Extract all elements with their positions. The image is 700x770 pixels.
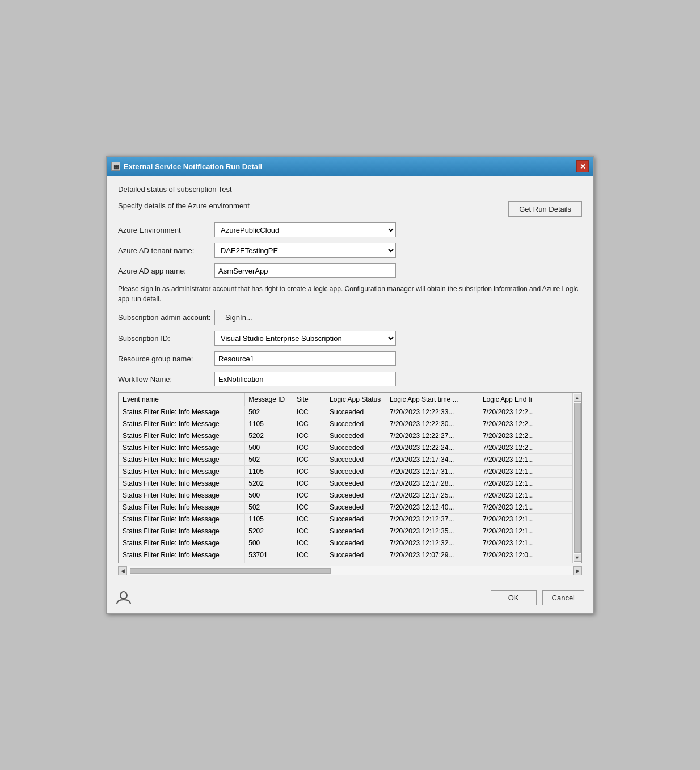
table-row: Status Filter Rule: Info Message502ICCSu… [119,406,572,418]
table-row: Status Filter Rule: Info Message53701ICC… [119,549,572,561]
cell-end_time: 7/20/2023 12:1... [479,537,572,549]
cell-logic_app_status: Succeeded [326,454,386,466]
h-scroll-thumb[interactable] [130,568,331,574]
ok-button[interactable]: OK [491,590,537,605]
col-header-logic-app-status: Logic App Status [326,393,386,406]
scroll-track [127,566,573,575]
cell-event_name: Status Filter Rule: Info Message [119,478,245,490]
cell-message_id: 1105 [245,466,293,478]
subscription-admin-label: Subscription admin account: [118,313,214,322]
close-button[interactable]: ✕ [576,160,589,172]
cell-end_time: 7/20/2023 12:2... [479,442,572,454]
cell-start_time: 7/20/2023 12:12:35... [386,525,479,537]
cell-start_time: 7/20/2023 12:22:33... [386,406,479,418]
cell-end_time: 7/20/2023 12:1... [479,466,572,478]
cell-message_id: 502 [245,406,293,418]
cell-end_time: 7/20/2023 12:2... [479,430,572,442]
table-row: Status Filter Rule: Info Message1105ICCS… [119,466,572,478]
cell-start_time: 7/20/2023 12:12:37... [386,514,479,525]
cell-logic_app_status: Succeeded [326,549,386,561]
note-text: Please sign in as administrator account … [118,284,582,304]
cell-logic_app_status: Succeeded [326,561,386,563]
azure-environment-label: Azure Environment [118,226,214,234]
workflow-name-input[interactable] [214,372,396,386]
resource-group-input[interactable] [214,351,396,366]
col-header-start-time: Logic App Start time ... [386,393,479,406]
cell-start_time: 7/20/2023 12:17:25... [386,490,479,502]
subscription-admin-row: Subscription admin account: SignIn... [118,310,582,325]
azure-environment-select[interactable]: AzurePublicCloud AzureChinaCloud AzureGe… [214,222,396,237]
cell-logic_app_status: Succeeded [326,418,386,430]
window-title: External Service Notification Run Detail [124,162,262,171]
table-row: Status Filter Rule: Info Message5202ICCS… [119,525,572,537]
cell-start_time: 7/20/2023 12:17:28... [386,478,479,490]
cell-logic_app_status: Succeeded [326,442,386,454]
subscription-id-select[interactable]: Visual Studio Enterprise Subscription [214,331,396,346]
cell-end_time: 7/20/2023 12:1... [479,454,572,466]
scroll-thumb[interactable] [574,403,581,553]
sign-in-button[interactable]: SignIn... [214,310,263,325]
cancel-button[interactable]: Cancel [542,590,584,605]
window-icon: ▦ [111,162,120,171]
table-row: Status Filter Rule: Info Message5202ICCS… [119,430,572,442]
cell-event_name: Status Filter Rule: Info Message [119,537,245,549]
cell-logic_app_status: Succeeded [326,502,386,514]
cell-end_time: 7/20/2023 12:1... [479,502,572,514]
scroll-up-button[interactable]: ▲ [574,394,581,402]
horizontal-scrollbar[interactable]: ◀ ▶ [118,566,582,575]
scroll-right-button[interactable]: ▶ [573,566,582,575]
table-scroll[interactable]: Event name Message ID Site Logic App Sta… [119,393,572,563]
cell-event_name: Status Filter Rule: Info Message [119,418,245,430]
col-header-event-name: Event name [119,393,245,406]
cell-message_id: 5202 [245,478,293,490]
main-window: ▦ External Service Notification Run Deta… [106,156,594,614]
cell-logic_app_status: Succeeded [326,525,386,537]
cell-event_name: Status Filter Rule: Info Message [119,549,245,561]
cell-event_name: Status Filter Rule: Info Message [119,561,245,563]
table-header-row: Event name Message ID Site Logic App Sta… [119,393,572,406]
cell-site: ICC [293,418,326,430]
vertical-scrollbar[interactable]: ▲ ▼ [572,393,581,563]
cell-message_id: 1105 [245,418,293,430]
azure-environment-select-wrap: AzurePublicCloud AzureChinaCloud AzureGe… [214,222,396,237]
azure-ad-app-input[interactable] [214,263,396,278]
resource-group-label: Resource group name: [118,355,214,363]
cell-event_name: Status Filter Rule: Info Message [119,525,245,537]
cell-event_name: Status Filter Rule: Info Message [119,502,245,514]
cell-message_id: 1105 [245,514,293,525]
title-bar-left: ▦ External Service Notification Run Deta… [111,162,262,171]
azure-ad-app-label: Azure AD app name: [118,267,214,275]
cell-end_time: 7/20/2023 12:2... [479,406,572,418]
get-run-details-button[interactable]: Get Run Details [508,201,582,217]
data-table-wrapper: Event name Message ID Site Logic App Sta… [118,392,582,563]
cell-site: ICC [293,466,326,478]
azure-ad-tenant-select[interactable]: DAE2ETestingPE [214,243,396,258]
azure-ad-tenant-label: Azure AD tenant name: [118,246,214,255]
cell-start_time: 7/20/2023 12:22:24... [386,442,479,454]
table-row: Status Filter Rule: Info Message5202ICCS… [119,478,572,490]
workflow-name-input-wrap [214,372,396,386]
bottom-bar: OK Cancel [107,584,593,613]
cell-message_id: 53701 [245,561,293,563]
cell-site: ICC [293,490,326,502]
azure-ad-tenant-select-wrap: DAE2ETestingPE [214,243,396,258]
cell-message_id: 502 [245,502,293,514]
cell-logic_app_status: Succeeded [326,466,386,478]
bottom-buttons: OK Cancel [491,590,584,605]
cell-end_time: 7/20/2023 12:1... [479,514,572,525]
scroll-down-button[interactable]: ▼ [574,554,581,562]
subscription-id-select-wrap: Visual Studio Enterprise Subscription [214,331,396,346]
table-row: Status Filter Rule: Info Message502ICCSu… [119,502,572,514]
scroll-left-button[interactable]: ◀ [118,566,127,575]
cell-start_time: 7/20/2023 12:17:34... [386,454,479,466]
cell-logic_app_status: Succeeded [326,406,386,418]
cell-site: ICC [293,478,326,490]
table-row: Status Filter Rule: Info Message500ICCSu… [119,537,572,549]
table-body: Status Filter Rule: Info Message502ICCSu… [119,406,572,563]
subtitle-text: Detailed status of subscription Test [118,185,582,193]
cell-site: ICC [293,454,326,466]
cell-event_name: Status Filter Rule: Info Message [119,514,245,525]
cell-start_time: 7/20/2023 12:12:40... [386,502,479,514]
cell-site: ICC [293,537,326,549]
cell-start_time: 7/20/2023 12:07:27... [386,561,479,563]
